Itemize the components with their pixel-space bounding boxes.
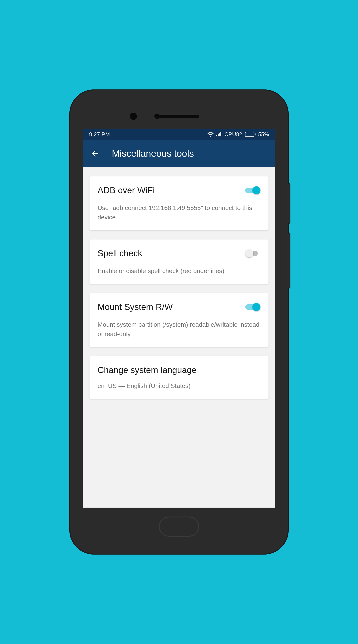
card-title: Spell check [98, 248, 142, 258]
speaker-area [76, 96, 282, 128]
battery-icon [245, 132, 255, 137]
side-button [288, 232, 290, 288]
app-bar: Miscellaneous tools [83, 140, 275, 167]
card-adb-over-wifi[interactable]: ADB over WiFi Use "adb connect 192.168.1… [90, 176, 268, 230]
svg-rect-3 [220, 132, 221, 136]
card-title: Change system language [98, 365, 196, 375]
home-button[interactable] [159, 516, 199, 537]
svg-rect-0 [216, 135, 217, 136]
content-area: ADB over WiFi Use "adb connect 192.168.1… [83, 167, 275, 408]
svg-rect-1 [218, 134, 219, 136]
svg-rect-2 [219, 133, 220, 136]
status-bar: 9:27 PM CPU82 55% [83, 128, 275, 140]
card-description: Enable or disable spell check (red under… [98, 266, 260, 276]
card-description: Use "adb connect 192.168.1.49:5555" to c… [98, 203, 260, 222]
card-description: en_US — English (United States) [98, 381, 260, 391]
speaker-slot [159, 115, 199, 118]
toggle-mount-system-rw[interactable] [245, 303, 260, 311]
status-right: CPU82 55% [207, 131, 269, 138]
phone-inner: 9:27 PM CPU82 55% [76, 96, 282, 548]
card-title: Mount System R/W [98, 302, 173, 312]
card-description: Mount system partition (/system) readabl… [98, 320, 260, 339]
phone-device-frame: 9:27 PM CPU82 55% [69, 90, 289, 554]
card-spell-check[interactable]: Spell check Enable or disable spell chec… [90, 240, 268, 284]
card-change-system-language[interactable]: Change system language en_US — English (… [90, 356, 268, 399]
toggle-spell-check[interactable] [245, 249, 260, 258]
sensor-dot [154, 114, 160, 119]
status-time: 9:27 PM [89, 131, 110, 138]
toggle-adb-over-wifi[interactable] [245, 186, 260, 194]
camera-dot [130, 113, 137, 120]
battery-percent: 55% [258, 131, 269, 138]
back-button[interactable] [90, 148, 101, 159]
card-title: ADB over WiFi [98, 185, 155, 195]
screen: 9:27 PM CPU82 55% [83, 128, 275, 508]
card-mount-system-rw[interactable]: Mount System R/W Mount system partition … [90, 293, 268, 347]
arrow-back-icon [90, 149, 100, 158]
wifi-icon [207, 132, 214, 137]
cpu-label: CPU82 [224, 131, 242, 138]
page-title: Miscellaneous tools [112, 148, 194, 159]
side-button [288, 183, 290, 224]
signal-icon [216, 131, 222, 138]
